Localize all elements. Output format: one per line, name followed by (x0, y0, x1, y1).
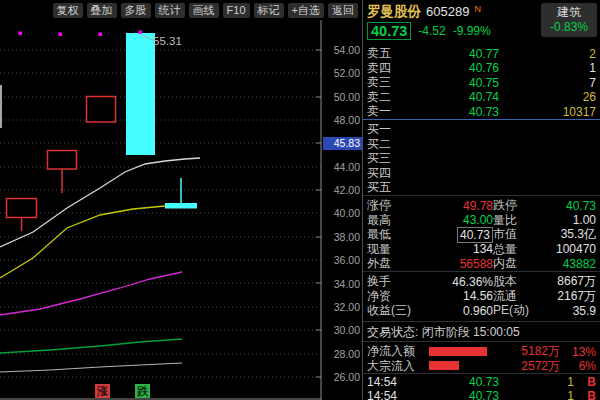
bid-row-3[interactable]: 买三 (363, 150, 600, 165)
limit-up-value: 49.78 (425, 199, 493, 213)
last-price: 40.73 (367, 22, 411, 40)
bid-row-5[interactable]: 买五 (363, 179, 600, 194)
tick-row: 14:54 40.73 1 B (363, 389, 600, 400)
net-assets-value: 14.56 (425, 289, 493, 303)
price-change-pct: -9.99% (453, 24, 491, 38)
toolbar-button-drawline[interactable]: 画线 (189, 3, 219, 18)
divider (363, 271, 600, 272)
divider (363, 373, 600, 374)
high-price-label: 55.31 (153, 35, 182, 47)
ask-row-1[interactable]: 卖一 40.73 10317 (363, 103, 600, 118)
axis-highlight-label: 45.83 (323, 137, 362, 150)
eps-value: 0.960 (425, 304, 493, 318)
pe-value: 35.9 (551, 304, 596, 318)
axis-tick: 48.00 (324, 114, 360, 126)
tick-list: 14:54 40.73 1 B 14:54 40.73 1 B (363, 375, 600, 400)
toolbar-button-back[interactable]: 返回 (328, 3, 358, 18)
toolbar-button-overlay[interactable]: 叠加 (87, 3, 117, 18)
block-inflow-value: 2572万 (493, 358, 560, 375)
axis-tick: 50.00 (324, 91, 360, 103)
bid-levels: 买一 买二 买三 买四 买五 (363, 121, 600, 194)
stock-code: 605289 (426, 4, 469, 19)
chart-canvas: 55.31 (0, 20, 322, 400)
bid-row-4[interactable]: 买四 (363, 165, 600, 180)
ask-levels: 卖五 40.77 2 卖四 40.76 1 卖三 40.75 7 卖二 40.7… (363, 45, 600, 118)
toolbar-button-multistock[interactable]: 多股 (121, 3, 151, 18)
candle-red-3 (87, 97, 116, 123)
toolbar-button-stats[interactable]: 统计 (155, 3, 185, 18)
axis-tick: 40.00 (324, 207, 360, 219)
net-inflow-bar (429, 347, 487, 356)
axis-tick: 42.00 (324, 184, 360, 196)
axis-tick: 28.00 (324, 348, 360, 360)
stats-block-1: 涨停 49.78 跌停 40.73 最高 43.00 量比 1.00 最低 40… (363, 197, 600, 270)
stat-row-earnings: 收益(三) 0.960 PE(动) 35.9 (363, 302, 600, 317)
ask-row-4[interactable]: 卖四 40.76 1 (363, 60, 600, 75)
money-flow: 净流入额 5182万 13% 大宗流入 2572万 6% (363, 343, 600, 372)
net-inflow-row: 净流入额 5182万 13% (363, 343, 600, 358)
candle-red-2 (48, 151, 77, 194)
net-inflow-pct: 13% (560, 345, 596, 359)
legend-up-badge[interactable]: 涨 (95, 384, 110, 398)
limit-up-marks (19, 31, 143, 37)
toolbar-button-restore[interactable]: 复权 (53, 3, 83, 18)
float-shares-value: 2167万 (551, 288, 596, 305)
candlestick-chart[interactable]: 55.31 涨 跌 (0, 20, 322, 400)
ask-row-5[interactable]: 卖五 40.77 2 (363, 45, 600, 60)
price-summary: 40.73 -4.52 -9.99% (367, 22, 491, 40)
limit-down-value: 40.73 (551, 199, 596, 213)
axis-tick: 36.00 (324, 254, 360, 266)
stat-row-netassets: 净资 14.56 流通 2167万 (363, 288, 600, 303)
divider (363, 321, 600, 322)
day-low-value: 40.73 (457, 227, 493, 243)
ma-line-magenta (0, 272, 182, 315)
stat-row-turnover: 换手 46.36% 股本 8667万 (363, 273, 600, 288)
toolbar-button-mark[interactable]: 标记 (254, 3, 284, 18)
price-axis: 54.00 52.00 50.00 48.00 45.83 44.00 42.0… (322, 20, 362, 400)
axis-tick: 38.00 (324, 231, 360, 243)
stock-name: 罗曼股份 (367, 3, 421, 21)
axis-tick: 44.00 (324, 161, 360, 173)
ask-row-2[interactable]: 卖二 40.74 26 (363, 89, 600, 104)
axis-tick: 52.00 (324, 67, 360, 79)
axis-tick: 54.00 (324, 44, 360, 56)
toolbar: 复权 叠加 多股 统计 画线 F10 标记 +自选 返回 (0, 0, 362, 20)
outer-volume-value: 56588 (425, 257, 493, 271)
stat-row-volume: 现量 134 总量 100470 (363, 241, 600, 256)
sector-badge[interactable]: 建筑 -0.83% (541, 3, 597, 37)
axis-tick: 32.00 (324, 301, 360, 313)
trading-app-window: 复权 叠加 多股 统计 画线 F10 标记 +自选 返回 (0, 0, 600, 400)
bid-row-1[interactable]: 买一 (363, 121, 600, 136)
block-inflow-bar (429, 361, 459, 370)
stat-row-lots: 外盘 56588 内盘 43882 (363, 255, 600, 270)
axis-tick: 34.00 (324, 278, 360, 290)
stock-header[interactable]: 罗曼股份 605289 N (367, 3, 481, 20)
toolbar-button-add-watch[interactable]: +自选 (288, 3, 324, 18)
divider (363, 341, 600, 342)
bid-row-2[interactable]: 买二 (363, 136, 600, 151)
day-high-value: 43.00 (425, 213, 493, 227)
volume-ratio-value: 1.00 (551, 213, 596, 227)
turnover-value: 46.36% (425, 275, 493, 289)
ask-row-3[interactable]: 卖三 40.75 7 (363, 74, 600, 89)
stat-row-low: 最低 40.73 市值 35.3亿 (363, 226, 600, 241)
sector-name: 建筑 (541, 4, 597, 20)
candle-cyan-big (126, 33, 155, 155)
toolbar-button-f10[interactable]: F10 (223, 3, 250, 18)
ma-line-green (0, 339, 182, 353)
bid-ask-divider (363, 119, 600, 120)
stat-row-limit: 涨停 49.78 跌停 40.73 (363, 197, 600, 212)
axis-tick: 30.00 (324, 324, 360, 336)
total-volume-value: 100470 (551, 242, 596, 256)
tick-row: 14:54 40.73 1 B (363, 375, 600, 389)
trading-status: 交易状态: 闭市阶段 15:00:05 (367, 324, 520, 341)
inner-volume-value: 43882 (551, 257, 596, 271)
market-cap-value: 35.3亿 (551, 226, 596, 243)
new-stock-flag: N (474, 4, 481, 14)
price-change: -4.52 (418, 24, 445, 38)
stats-block-2: 换手 46.36% 股本 8667万 净资 14.56 流通 2167万 收益(… (363, 273, 600, 317)
current-volume-value: 134 (425, 242, 493, 256)
legend-down-badge[interactable]: 跌 (135, 384, 150, 398)
block-inflow-pct: 6% (560, 359, 596, 373)
candle-red-1 (7, 199, 37, 232)
